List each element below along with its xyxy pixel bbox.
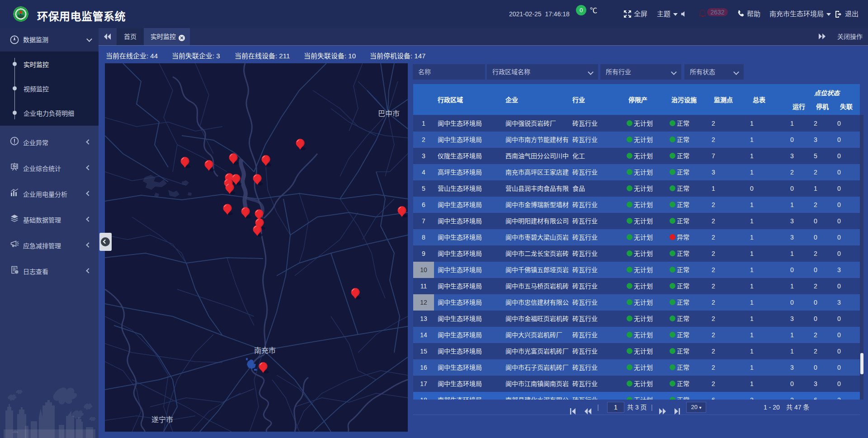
svg-text:巴中市: 巴中市 bbox=[378, 110, 400, 118]
svg-text:南充市: 南充市 bbox=[254, 347, 276, 354]
svg-text:遂宁市: 遂宁市 bbox=[151, 416, 173, 424]
